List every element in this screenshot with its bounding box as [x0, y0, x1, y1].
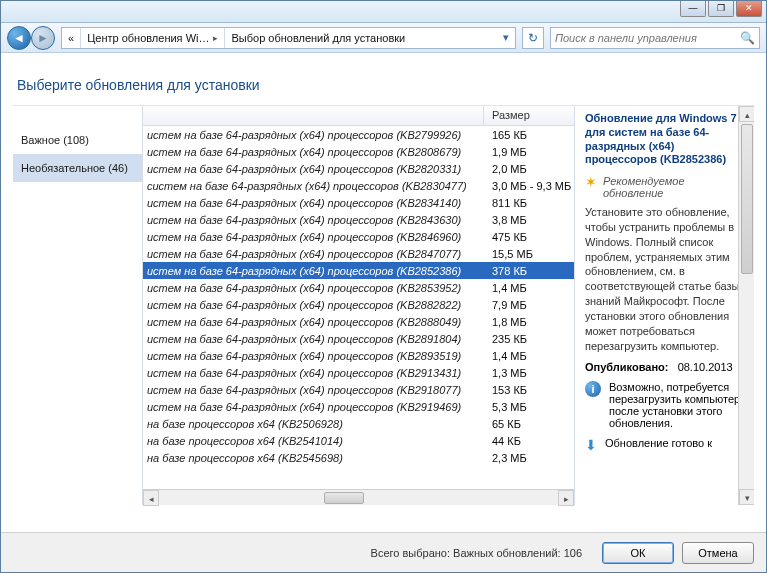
cancel-button[interactable]: Отмена [682, 542, 754, 564]
nav-forward-button[interactable]: ► [31, 26, 55, 50]
nav-bar: ◄ ► « Центр обновления Wi… ▸ Выбор обнов… [1, 23, 766, 53]
breadcrumb-label: Центр обновления Wi… [87, 32, 209, 44]
search-box[interactable]: 🔍 [550, 27, 760, 49]
update-row[interactable]: истем на базе 64-разрядных (x64) процесс… [143, 398, 574, 415]
update-row[interactable]: на базе процессоров x64 (KB2545698)2,3 М… [143, 449, 574, 466]
update-description: Установите это обновление, чтобы устрани… [585, 205, 746, 353]
restart-note: Возможно, потребуется перезагрузить комп… [609, 381, 746, 429]
scroll-left-button[interactable]: ◂ [143, 490, 159, 506]
scroll-up-button[interactable]: ▴ [739, 106, 754, 122]
info-icon: i [585, 381, 601, 397]
category-sidebar: Важное (108)Необязательное (46) [13, 106, 143, 505]
update-name: на базе процессоров x64 (KB2545698) [143, 452, 484, 464]
nav-back-button[interactable]: ◄ [7, 26, 31, 50]
star-icon: ✶ [585, 175, 597, 189]
selected-update-title: Обновление для Windows 7 для систем на б… [585, 112, 746, 167]
update-name: истем на базе 64-разрядных (x64) процесс… [143, 214, 484, 226]
breadcrumb-label: Выбор обновлений для установки [231, 32, 405, 44]
column-size[interactable]: Размер [484, 106, 574, 125]
update-row[interactable]: истем на базе 64-разрядных (x64) процесс… [143, 347, 574, 364]
update-size: 2,0 МБ [484, 163, 574, 175]
column-name[interactable] [143, 106, 484, 125]
ok-button[interactable]: ОК [602, 542, 674, 564]
sidebar-item[interactable]: Важное (108) [13, 126, 142, 154]
breadcrumb-item-1[interactable]: Центр обновления Wi… ▸ [81, 28, 225, 48]
update-size: 165 КБ [484, 129, 574, 141]
update-list: Размер истем на базе 64-разрядных (x64) … [143, 106, 574, 505]
published-line: Опубликовано: 08.10.2013 [585, 361, 746, 373]
window-maximize-button[interactable]: ❐ [708, 1, 734, 17]
update-name: истем на базе 64-разрядных (x64) процесс… [143, 367, 484, 379]
update-name: истем на базе 64-разрядных (x64) процесс… [143, 197, 484, 209]
search-input[interactable] [555, 32, 736, 44]
refresh-button[interactable]: ↻ [522, 27, 544, 49]
scroll-thumb[interactable] [324, 492, 364, 504]
update-row[interactable]: истем на базе 64-разрядных (x64) процесс… [143, 262, 574, 279]
update-row[interactable]: истем на базе 64-разрядных (x64) процесс… [143, 245, 574, 262]
window-minimize-button[interactable]: — [680, 1, 706, 17]
update-rows[interactable]: истем на базе 64-разрядных (x64) процесс… [143, 126, 574, 489]
published-value: 08.10.2013 [678, 361, 733, 373]
breadcrumb-dropdown-button[interactable]: ▾ [497, 31, 515, 44]
update-name: истем на базе 64-разрядных (x64) процесс… [143, 333, 484, 345]
update-size: 15,5 МБ [484, 248, 574, 260]
update-row[interactable]: истем на базе 64-разрядных (x64) процесс… [143, 194, 574, 211]
update-row[interactable]: истем на базе 64-разрядных (x64) процесс… [143, 160, 574, 177]
update-size: 1,9 МБ [484, 146, 574, 158]
window-close-button[interactable]: ✕ [736, 1, 762, 17]
update-row[interactable]: истем на базе 64-разрядных (x64) процесс… [143, 279, 574, 296]
scroll-thumb[interactable] [741, 124, 753, 274]
update-size: 1,4 МБ [484, 350, 574, 362]
update-row[interactable]: истем на базе 64-разрядных (x64) процесс… [143, 143, 574, 160]
update-row[interactable]: истем на базе 64-разрядных (x64) процесс… [143, 364, 574, 381]
update-row[interactable]: истем на базе 64-разрядных (x64) процесс… [143, 330, 574, 347]
scroll-right-button[interactable]: ▸ [558, 490, 574, 506]
footer: Всего выбрано: Важных обновлений: 106 ОК… [1, 532, 766, 572]
update-size: 3,8 МБ [484, 214, 574, 226]
details-pane: Обновление для Windows 7 для систем на б… [574, 106, 754, 505]
page-title: Выберите обновления для установки [17, 77, 750, 93]
update-size: 2,3 МБ [484, 452, 574, 464]
update-row[interactable]: истем на базе 64-разрядных (x64) процесс… [143, 211, 574, 228]
update-name: на базе процессоров x64 (KB2541014) [143, 435, 484, 447]
search-icon: 🔍 [740, 31, 755, 45]
published-label: Опубликовано: [585, 361, 668, 373]
breadcrumb[interactable]: « Центр обновления Wi… ▸ Выбор обновлени… [61, 27, 516, 49]
update-row[interactable]: на базе процессоров x64 (KB2506928)65 КБ [143, 415, 574, 432]
update-selection-window: — ❐ ✕ ◄ ► « Центр обновления Wi… ▸ Выбор… [0, 0, 767, 573]
update-row[interactable]: истем на базе 64-разрядных (x64) процесс… [143, 313, 574, 330]
update-row[interactable]: на базе процессоров x64 (KB2541014)44 КБ [143, 432, 574, 449]
update-size: 475 КБ [484, 231, 574, 243]
breadcrumb-item-2[interactable]: Выбор обновлений для установки [225, 28, 411, 48]
update-name: истем на базе 64-разрядных (x64) процесс… [143, 129, 484, 141]
sidebar-item[interactable]: Необязательное (46) [13, 154, 142, 182]
update-row[interactable]: систем на базе 64-разрядных (x64) процес… [143, 177, 574, 194]
update-size: 378 КБ [484, 265, 574, 277]
update-size: 153 КБ [484, 384, 574, 396]
breadcrumb-root-icon: « [68, 32, 74, 44]
horizontal-scrollbar[interactable]: ◂ ▸ [143, 489, 574, 505]
update-size: 7,9 МБ [484, 299, 574, 311]
update-name: истем на базе 64-разрядных (x64) процесс… [143, 350, 484, 362]
update-name: на базе процессоров x64 (KB2506928) [143, 418, 484, 430]
update-row[interactable]: истем на базе 64-разрядных (x64) процесс… [143, 126, 574, 143]
update-name: истем на базе 64-разрядных (x64) процесс… [143, 299, 484, 311]
update-row[interactable]: истем на базе 64-разрядных (x64) процесс… [143, 228, 574, 245]
chevron-right-icon: ▸ [213, 33, 218, 43]
update-name: истем на базе 64-разрядных (x64) процесс… [143, 248, 484, 260]
update-row[interactable]: истем на базе 64-разрядных (x64) процесс… [143, 296, 574, 313]
update-name: истем на базе 64-разрядных (x64) процесс… [143, 265, 484, 277]
update-size: 1,3 МБ [484, 367, 574, 379]
update-size: 44 КБ [484, 435, 574, 447]
update-row[interactable]: истем на базе 64-разрядных (x64) процесс… [143, 381, 574, 398]
breadcrumb-root[interactable]: « [62, 28, 81, 48]
vertical-scrollbar[interactable]: ▴ ▾ [738, 106, 754, 505]
update-name: истем на базе 64-разрядных (x64) процесс… [143, 316, 484, 328]
selection-summary: Всего выбрано: Важных обновлений: 106 [371, 547, 582, 559]
update-size: 65 КБ [484, 418, 574, 430]
update-size: 5,3 МБ [484, 401, 574, 413]
list-header: Размер [143, 106, 574, 126]
scroll-down-button[interactable]: ▾ [739, 489, 754, 505]
update-name: истем на базе 64-разрядных (x64) процесс… [143, 163, 484, 175]
panes: Важное (108)Необязательное (46) Размер и… [13, 105, 754, 505]
